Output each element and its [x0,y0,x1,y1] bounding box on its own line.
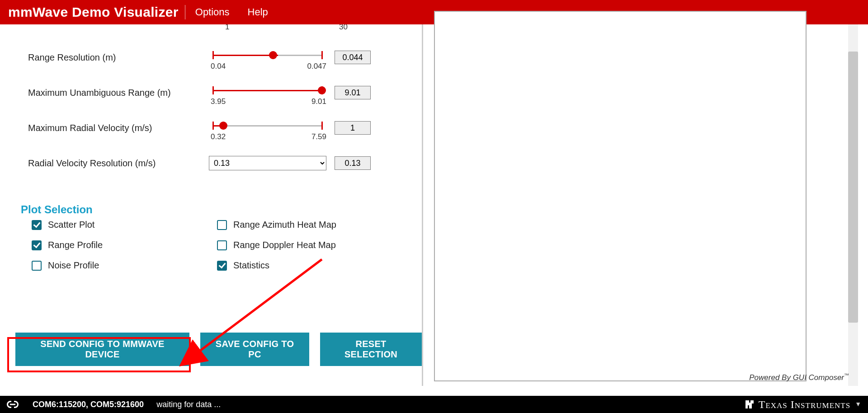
section-plot-selection: Plot Selection [19,203,408,216]
plot-panel: ▲ Powered By GUI Composer™ [434,24,859,386]
value-range-resolution: 0.044 [335,51,371,64]
max-max-range: 9.01 [311,97,326,106]
checkbox-noise-profile[interactable]: Noise Profile [32,260,217,271]
config-panel: 1 30 Range Resolution (m) 0.04 0.047 0.0… [5,24,423,386]
min-max-velocity: 0.32 [211,132,226,141]
value-max-range: 9.01 [335,86,371,99]
check-icon [32,240,42,250]
row-max-range: Maximum Unambiguous Range (m) 3.95 9.01 … [19,78,408,108]
powered-by-label: Powered By GUI Composer™ [749,372,849,382]
select-radial-res[interactable]: 0.13 [209,156,326,170]
max-range-resolution: 0.047 [307,62,326,71]
plot-checkbox-grid: Scatter Plot Range Azimuth Heat Map Rang… [19,220,408,271]
row-max-velocity: Maximum Radial Velocity (m/s) 0.32 7.59 … [19,113,408,143]
checkbox-scatter-plot[interactable]: Scatter Plot [32,220,217,230]
link-icon[interactable] [6,400,19,409]
slider-max-velocity[interactable]: 0.32 7.59 [209,119,326,137]
header-separator [185,5,185,19]
label-range-resolution: Range Resolution (m) [19,52,209,63]
label-radial-res: Radial Velocity Resolution (m/s) [19,158,209,169]
save-config-button[interactable]: SAVE CONFIG TO PC [200,333,309,366]
ti-logo[interactable]: Texas Instruments ▼ [744,399,862,411]
ti-logo-text: Texas Instruments [759,399,850,411]
checkbox-range-azimuth[interactable]: Range Azimuth Heat Map [217,220,402,230]
checkbox-statistics[interactable]: Statistics [217,260,402,271]
row-range-resolution: Range Resolution (m) 0.04 0.047 0.044 [19,42,408,72]
menu-options[interactable]: Options [195,6,230,18]
checkbox-label: Scatter Plot [48,220,94,230]
min-range-resolution: 0.04 [211,62,226,71]
prev-slider-min: 1 [225,24,229,32]
check-icon [217,261,227,271]
label-max-velocity: Maximum Radial Velocity (m/s) [19,123,209,133]
checkbox-label: Range Profile [48,240,103,250]
status-bar: COM6:115200, COM5:921600 waiting for dat… [0,396,868,413]
slider-max-range[interactable]: 3.95 9.01 [209,84,326,102]
status-message: waiting for data ... [156,400,221,409]
label-max-range: Maximum Unambiguous Range (m) [19,88,209,98]
status-com-ports: COM6:115200, COM5:921600 [33,400,144,409]
check-icon [217,220,227,230]
action-button-row: SEND CONFIG TO MMWAVE DEVICE SAVE CONFIG… [15,333,422,366]
min-max-range: 3.95 [211,97,226,106]
checkbox-label: Noise Profile [48,260,99,271]
slider-range-resolution[interactable]: 0.04 0.047 [209,48,326,66]
row-radial-res: Radial Velocity Resolution (m/s) 0.13 0.… [19,148,408,178]
app-title: mmWave Demo Visualizer [8,5,179,20]
check-icon [32,220,42,230]
checkbox-label: Statistics [233,260,269,271]
send-config-button[interactable]: SEND CONFIG TO MMWAVE DEVICE [15,333,189,366]
checkbox-label: Range Azimuth Heat Map [233,220,336,230]
max-max-velocity: 7.59 [311,132,326,141]
check-icon [217,240,227,250]
menu-help[interactable]: Help [248,6,268,18]
value-radial-res: 0.13 [335,156,371,170]
prev-slider-max: 30 [339,24,348,32]
plot-canvas [434,11,807,381]
chevron-down-icon: ▼ [855,401,862,408]
scrollbar-thumb[interactable] [848,52,858,323]
checkbox-range-profile[interactable]: Range Profile [32,240,217,250]
check-icon [32,261,42,271]
value-max-velocity: 1 [335,121,371,135]
checkbox-range-doppler[interactable]: Range Doppler Heat Map [217,240,402,250]
reset-selection-button[interactable]: RESET SELECTION [320,333,422,366]
checkbox-label: Range Doppler Heat Map [233,240,336,250]
